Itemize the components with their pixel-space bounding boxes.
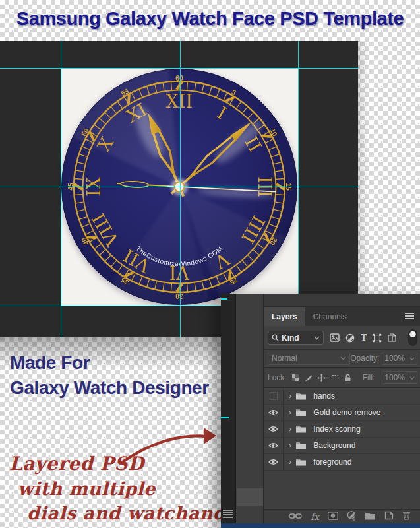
filter-toggle-icon[interactable] bbox=[408, 329, 417, 346]
visibility-toggle[interactable] bbox=[264, 388, 284, 404]
search-icon bbox=[272, 334, 279, 341]
layer-row[interactable]: ›hands bbox=[264, 388, 420, 405]
document-shadow-right bbox=[358, 41, 369, 337]
link-layers-icon[interactable] bbox=[289, 511, 302, 523]
group-folder-icon bbox=[295, 409, 307, 416]
layers-list-empty-area bbox=[264, 471, 420, 509]
layer-name: Index scoring bbox=[313, 424, 360, 434]
group-folder-icon bbox=[295, 442, 307, 449]
guide-tick-top bbox=[221, 298, 227, 300]
lock-position-icon[interactable] bbox=[317, 374, 326, 382]
type-layer-filter-icon[interactable]: T bbox=[361, 333, 367, 343]
group-folder-icon bbox=[295, 458, 307, 466]
eye-icon bbox=[268, 409, 278, 416]
filter-kind-dropdown[interactable]: Kind bbox=[268, 331, 324, 345]
visibility-toggle[interactable] bbox=[264, 405, 284, 420]
lock-artboard-icon[interactable] bbox=[330, 374, 340, 381]
document-scrollbar[interactable] bbox=[235, 294, 264, 523]
lock-label: Lock: bbox=[268, 373, 287, 382]
panel-menu-icon[interactable] bbox=[405, 313, 414, 319]
delete-layer-icon[interactable] bbox=[402, 511, 411, 523]
group-folder-icon bbox=[295, 425, 307, 433]
blend-mode-select[interactable]: Normal bbox=[268, 352, 350, 365]
lock-paint-icon[interactable] bbox=[304, 374, 313, 382]
hidden-visibility-box bbox=[270, 392, 278, 400]
eye-icon bbox=[268, 459, 278, 465]
lock-row: Lock: Fill: 100% bbox=[264, 368, 420, 388]
made-for-text: Made For Galaxy Watch Designer bbox=[10, 350, 209, 401]
tab-layers[interactable]: Layers bbox=[264, 307, 305, 326]
panel-header-strip bbox=[264, 294, 420, 307]
layer-name: hands bbox=[313, 391, 335, 401]
blend-mode-value: Normal bbox=[272, 354, 297, 363]
smart-object-filter-icon[interactable] bbox=[388, 333, 396, 343]
eye-icon bbox=[268, 426, 278, 432]
panel-bottom-toolbar: fx bbox=[264, 509, 420, 524]
visibility-toggle[interactable] bbox=[264, 421, 284, 437]
chevron-down-icon bbox=[340, 356, 346, 360]
lock-transparency-icon[interactable] bbox=[291, 374, 299, 381]
statusbar-menu-icon[interactable] bbox=[223, 510, 233, 518]
opacity-label: Opacity: bbox=[350, 354, 379, 363]
tab-channels[interactable]: Channels bbox=[305, 307, 355, 326]
new-group-icon[interactable] bbox=[365, 511, 376, 523]
chevron-down-icon bbox=[409, 357, 415, 360]
annotation-arrow bbox=[107, 420, 225, 471]
filter-kind-label: Kind bbox=[282, 333, 299, 343]
guide-vertical-center[interactable] bbox=[180, 41, 181, 337]
add-mask-icon[interactable] bbox=[328, 511, 338, 523]
group-folder-icon bbox=[295, 392, 307, 400]
adjustment-layer-filter-icon[interactable] bbox=[345, 333, 355, 343]
layer-name: foreground bbox=[313, 457, 351, 467]
visibility-toggle[interactable] bbox=[264, 438, 284, 453]
svg-text:30: 30 bbox=[175, 292, 183, 300]
expand-chevron-icon[interactable]: › bbox=[289, 440, 291, 450]
panel-tab-bar: Layers Channels bbox=[264, 307, 420, 326]
page: Samsung Galaxy Watch Face PSD Template bbox=[0, 0, 420, 528]
guide-vertical-right[interactable] bbox=[298, 41, 299, 337]
guide-horizontal-top[interactable] bbox=[0, 68, 358, 69]
expand-chevron-icon[interactable]: › bbox=[289, 407, 291, 417]
expand-chevron-icon[interactable]: › bbox=[289, 457, 291, 467]
fill-label: Fill: bbox=[363, 373, 375, 382]
expand-chevron-icon[interactable]: › bbox=[289, 391, 291, 401]
made-for-line2: Galaxy Watch Designer bbox=[10, 376, 209, 401]
photoshop-document-window: 60510152025303540455055 XIIIIIIIIIIIIVVI… bbox=[0, 41, 358, 337]
fill-value: 100% bbox=[384, 373, 405, 382]
layer-name: Gold demo remove bbox=[313, 408, 380, 417]
guide-tick-mid bbox=[221, 417, 229, 418]
layers-panel: Layers Channels Kind T bbox=[263, 294, 420, 523]
opacity-value-box[interactable]: 100% bbox=[382, 352, 417, 365]
made-for-line1: Made For bbox=[10, 350, 209, 376]
shape-layer-filter-icon[interactable] bbox=[373, 333, 382, 343]
fx-icon[interactable]: fx bbox=[311, 512, 319, 522]
pixel-layer-filter-icon[interactable] bbox=[330, 333, 340, 342]
layers-panel-window: Layers Channels Kind T bbox=[221, 294, 420, 528]
lock-all-icon[interactable] bbox=[344, 374, 351, 382]
opacity-value: 100% bbox=[384, 354, 405, 363]
svg-text:XII: XII bbox=[166, 91, 193, 112]
filter-row: Kind T bbox=[264, 326, 420, 350]
page-title: Samsung Galaxy Watch Face PSD Template bbox=[0, 8, 420, 30]
annotation-line2: with multiple bbox=[18, 478, 156, 499]
fill-value-box[interactable]: 100% bbox=[382, 371, 417, 384]
layer-row[interactable]: ›Index scoring bbox=[264, 421, 420, 438]
guide-horizontal-center[interactable] bbox=[0, 187, 358, 187]
layer-row[interactable]: ›Background bbox=[264, 438, 420, 454]
layers-list: ›hands›Gold demo remove›Index scoring›Ba… bbox=[264, 388, 420, 471]
adjustment-icon[interactable] bbox=[347, 511, 356, 523]
window-edge-strip bbox=[221, 294, 235, 523]
scrollbar-thumb[interactable] bbox=[237, 488, 263, 506]
layer-row[interactable]: ›foreground bbox=[264, 454, 420, 471]
visibility-toggle[interactable] bbox=[264, 454, 284, 470]
eye-icon bbox=[268, 442, 278, 449]
new-layer-icon[interactable] bbox=[384, 511, 394, 523]
layer-row[interactable]: ›Gold demo remove bbox=[264, 405, 420, 421]
expand-chevron-icon[interactable]: › bbox=[289, 424, 291, 434]
chevron-down-icon bbox=[409, 376, 415, 380]
annotation-line3: dials and watchands bbox=[27, 503, 236, 523]
guide-vertical-left[interactable] bbox=[61, 41, 61, 337]
blend-row: Normal Opacity: 100% bbox=[264, 350, 420, 368]
taskbar-edge bbox=[221, 523, 420, 528]
chevron-down-icon bbox=[314, 336, 320, 340]
